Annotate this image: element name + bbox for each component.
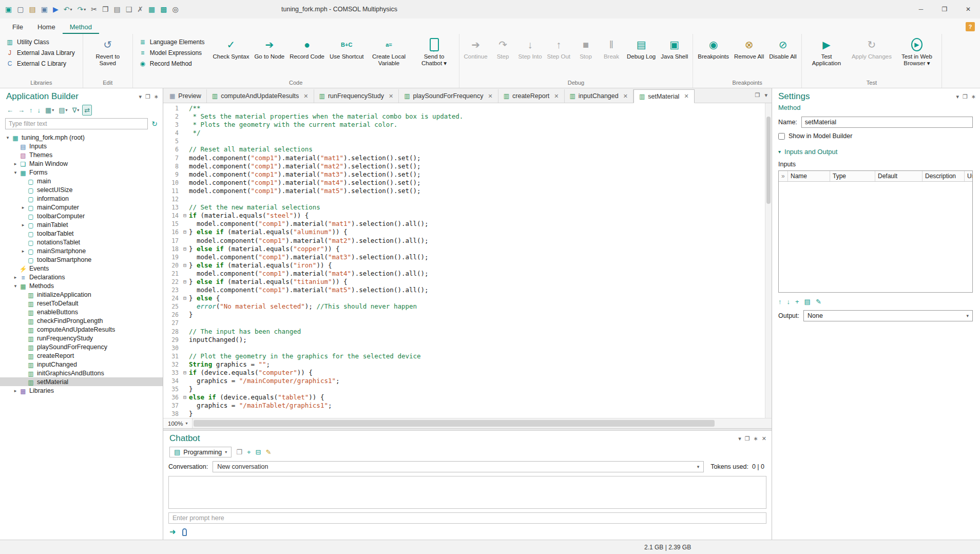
- save-button[interactable]: ▣: [39, 4, 50, 15]
- delete-button[interactable]: ✗: [135, 4, 145, 15]
- show-in-editor-button[interactable]: ⇄: [82, 105, 92, 116]
- debug-log-button[interactable]: ▤Debug Log: [624, 35, 658, 60]
- tree-item-toolbartablet[interactable]: ▢toolbarTablet: [0, 229, 163, 238]
- tree-item-runfrequencystudy[interactable]: ▥runFrequencyStudy: [0, 334, 163, 342]
- vertical-scrollbar[interactable]: [765, 103, 772, 418]
- code-line-13[interactable]: 13// Set the new material selections: [163, 203, 765, 212]
- move-up-icon[interactable]: ↑: [778, 298, 782, 305]
- tree-item-themes[interactable]: ▧Themes: [0, 150, 163, 159]
- column-unit[interactable]: Unit: [965, 171, 973, 181]
- send-prompt-icon[interactable]: ➜: [169, 527, 176, 537]
- editor-tab-inputchanged[interactable]: ▥inputChanged✕: [565, 89, 633, 103]
- float-panel-icon[interactable]: ❐: [745, 435, 750, 442]
- code-line-36[interactable]: 36⊟else if (device.equals("tablet")) {: [163, 393, 765, 402]
- panel-menu-icon[interactable]: ▾: [956, 93, 959, 100]
- code-line-37[interactable]: 37 graphics = "/mainTablet/graphics1";: [163, 402, 765, 410]
- cut-button[interactable]: ✂: [89, 4, 99, 15]
- tree-item-forms[interactable]: ▾▦Forms: [0, 168, 163, 177]
- expand-arrow-icon[interactable]: ▸: [20, 249, 27, 254]
- code-editor[interactable]: 1/**2 * Sets the material properties whe…: [163, 103, 772, 418]
- run-button[interactable]: ▶: [51, 4, 61, 15]
- tree-item-events[interactable]: ⚡Events: [0, 264, 163, 273]
- chatbot-prompt-input[interactable]: [168, 512, 766, 524]
- conversation-dropdown[interactable]: New conversation ▾: [213, 461, 704, 472]
- code-line-17[interactable]: 17 model.component("comp1").material("ma…: [163, 237, 765, 245]
- pin-panel-icon[interactable]: ∗: [754, 435, 758, 442]
- code-line-38[interactable]: 38}: [163, 410, 765, 418]
- remove-all-button[interactable]: ⊗Remove All: [732, 35, 766, 60]
- code-line-19[interactable]: 19 model.component("comp1").material("ma…: [163, 253, 765, 261]
- code-line-4[interactable]: 4 */: [163, 129, 765, 137]
- code-line-9[interactable]: 9model.component("comp1").material("mat3…: [163, 170, 765, 179]
- move-up-button[interactable]: ↑: [28, 105, 34, 115]
- disable-all-button[interactable]: ⊘Disable All: [766, 35, 799, 60]
- inputs-table[interactable]: » Name Type Default Description Unit: [778, 170, 973, 293]
- output-dropdown[interactable]: None ▾: [803, 310, 973, 321]
- code-line-33[interactable]: 33⊟if (device.equals("computer")) {: [163, 369, 765, 377]
- move-down-button[interactable]: ↓: [36, 105, 43, 115]
- filter-input[interactable]: [5, 118, 148, 129]
- zoom-select[interactable]: 100% ▾: [163, 418, 193, 428]
- input-settings-icon[interactable]: ▤: [804, 298, 811, 305]
- tree-item-tuning-fork-mph-root[interactable]: ▾▦tuning_fork.mph (root): [0, 133, 163, 142]
- attach-file-icon[interactable]: [182, 528, 187, 536]
- editor-tab-computeandupdateresults[interactable]: ▥computeAndUpdateResults✕: [207, 89, 314, 103]
- save-conversation-icon[interactable]: ❐: [236, 448, 242, 456]
- tree-item-setmaterial[interactable]: ▥setMaterial: [0, 377, 163, 386]
- test-application-button[interactable]: ▶Test Application: [804, 35, 849, 67]
- code-line-34[interactable]: 34 graphics = "/mainComputer/graphics1";: [163, 377, 765, 385]
- code-line-22[interactable]: 22⊟} else if (material.equals("titanium"…: [163, 278, 765, 286]
- code-line-27[interactable]: 27: [163, 319, 765, 327]
- code-line-6[interactable]: 6// Reset all material selections: [163, 145, 765, 154]
- model-expressions-button[interactable]: ≡Model Expressions: [137, 49, 206, 57]
- form-editor-button[interactable]: ▦: [146, 4, 157, 15]
- breakpoints-button[interactable]: ◉Breakpoints: [695, 35, 732, 60]
- back-button[interactable]: ←: [5, 105, 15, 115]
- horizontal-scrollbar-thumb[interactable]: [194, 420, 715, 427]
- panel-menu-icon[interactable]: ▾: [139, 93, 142, 100]
- code-line-23[interactable]: 23 model.component("comp1").material("ma…: [163, 286, 765, 294]
- create-local-variable-button[interactable]: a=Create Local Variable: [367, 35, 412, 67]
- tree-item-createreport[interactable]: ▥createReport: [0, 351, 163, 360]
- vertical-scrollbar-thumb[interactable]: [766, 117, 771, 204]
- editor-tab-setmaterial[interactable]: ▥setMaterial✕: [633, 89, 695, 103]
- chatbot-mode-dropdown[interactable]: ▤ Programming ▾: [169, 447, 232, 457]
- tree-item-declarations[interactable]: ▸≡Declarations: [0, 273, 163, 281]
- fold-toggle-icon[interactable]: ⊟: [181, 212, 189, 220]
- expand-all-icon[interactable]: »: [779, 171, 788, 181]
- move-down-icon[interactable]: ↓: [787, 298, 791, 305]
- tree-item-computeandupdateresults[interactable]: ▥computeAndUpdateResults: [0, 325, 163, 334]
- float-panel-icon[interactable]: ❐: [755, 92, 760, 99]
- tree-item-maincomputer[interactable]: ▸▢mainComputer: [0, 203, 163, 212]
- editor-tab-preview[interactable]: ▦Preview: [164, 89, 207, 103]
- fold-toggle-icon[interactable]: ⊟: [181, 245, 189, 253]
- java-shell-button[interactable]: ▣Java Shell: [658, 35, 690, 60]
- code-line-28[interactable]: 28// The input has been changed: [163, 328, 765, 336]
- code-line-14[interactable]: 14⊟if (material.equals("steel")) {: [163, 212, 765, 220]
- go-to-node-button[interactable]: ➔Go to Node: [252, 35, 287, 60]
- fold-toggle-icon[interactable]: ⊟: [181, 278, 189, 286]
- close-tab-icon[interactable]: ✕: [684, 93, 688, 100]
- test-in-web-browser-button[interactable]: ▶Test in Web Browser ▾: [894, 35, 939, 67]
- close-tab-icon[interactable]: ✕: [488, 93, 492, 100]
- tree-item-checkfindpronglength[interactable]: ▥checkFindProngLength: [0, 316, 163, 325]
- tree-item-main[interactable]: ▢main: [0, 177, 163, 185]
- grid-view-button[interactable]: ▩: [158, 4, 169, 15]
- code-line-26[interactable]: 26}: [163, 311, 765, 319]
- code-line-8[interactable]: 8model.component("comp1").material("mat2…: [163, 162, 765, 170]
- tree-item-selectuisize[interactable]: ▢selectUISize: [0, 185, 163, 194]
- fold-toggle-icon[interactable]: ⊟: [181, 393, 189, 402]
- fold-toggle-icon[interactable]: ⊟: [181, 294, 189, 302]
- code-area[interactable]: 1/**2 * Sets the material properties whe…: [163, 103, 765, 418]
- paste-button[interactable]: ▤: [112, 4, 123, 15]
- language-elements-button[interactable]: ≣Language Elements: [137, 38, 206, 46]
- send-to-chatbot-button[interactable]: Send to Chatbot ▾: [412, 35, 457, 67]
- collapse-arrow-icon[interactable]: ▾: [12, 283, 19, 289]
- code-line-20[interactable]: 20⊟} else if (material.equals("iron")) {: [163, 261, 765, 270]
- column-name[interactable]: Name: [788, 171, 830, 181]
- tree-item-toolbarsmartphone[interactable]: ▢toolbarSmartphone: [0, 255, 163, 264]
- expand-arrow-icon[interactable]: ▸: [20, 205, 27, 210]
- tree-item-maintablet[interactable]: ▸▢mainTablet: [0, 220, 163, 229]
- app-logo-button[interactable]: ▣: [3, 4, 14, 15]
- pin-panel-icon[interactable]: ∗: [971, 93, 976, 100]
